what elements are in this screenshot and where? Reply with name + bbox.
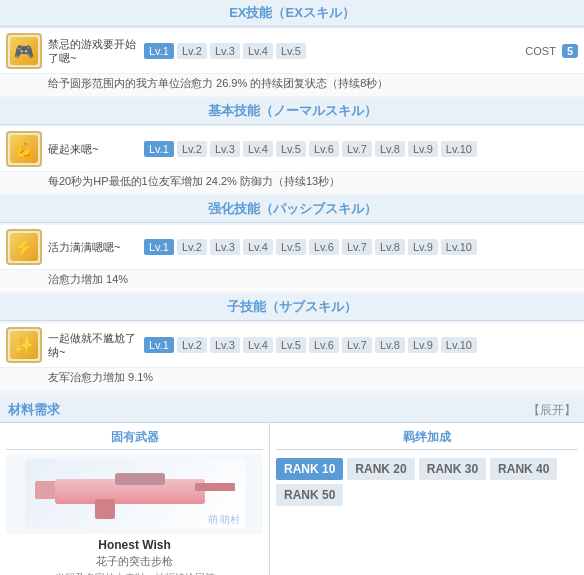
sub-skill-name: 一起做就不尴尬了纳~ <box>48 331 138 360</box>
rank-50-btn[interactable]: RANK 50 <box>276 484 343 506</box>
passive-skill-row: 活力满满嗯嗯~ Lv.1 Lv.2 Lv.3 Lv.4 Lv.5 Lv.6 Lv… <box>0 225 584 269</box>
ex-skill-lv3[interactable]: Lv.3 <box>210 43 240 59</box>
basic-lv9[interactable]: Lv.9 <box>408 141 438 157</box>
basic-skill-name: 硬起来嗯~ <box>48 142 138 156</box>
rank-20-btn[interactable]: RANK 20 <box>347 458 414 480</box>
ex-skill-icon <box>6 33 42 69</box>
basic-skill-section-header: 基本技能（ノーマルスキル） <box>0 98 584 125</box>
rank-panel: 羁绊加成 RANK 10 RANK 20 RANK 30 RANK 40 RAN… <box>270 423 584 575</box>
sub-skill-levels: Lv.1 Lv.2 Lv.3 Lv.4 Lv.5 Lv.6 Lv.7 Lv.8 … <box>144 337 578 353</box>
passive-lv3[interactable]: Lv.3 <box>210 239 240 255</box>
passive-lv5[interactable]: Lv.5 <box>276 239 306 255</box>
ex-skill-cost: COST 5 <box>525 44 578 58</box>
ex-skill-name: 禁忌的游戏要开始了嗯~ <box>48 37 138 66</box>
basic-lv10[interactable]: Lv.10 <box>441 141 477 157</box>
rank-30-btn[interactable]: RANK 30 <box>419 458 486 480</box>
basic-skill-levels: Lv.1 Lv.2 Lv.3 Lv.4 Lv.5 Lv.6 Lv.7 Lv.8 … <box>144 141 578 157</box>
gun-grip <box>95 499 115 519</box>
materials-header: 材料需求 【辰开】 <box>0 398 584 423</box>
basic-skill-block: 硬起来嗯~ Lv.1 Lv.2 Lv.3 Lv.4 Lv.5 Lv.6 Lv.7… <box>0 127 584 194</box>
passive-lv1[interactable]: Lv.1 <box>144 239 174 255</box>
passive-lv7[interactable]: Lv.7 <box>342 239 372 255</box>
sub-lv9[interactable]: Lv.9 <box>408 337 438 353</box>
rank-40-btn[interactable]: RANK 40 <box>490 458 557 480</box>
ex-skill-section-header: EX技能（EXスキル） <box>0 0 584 27</box>
gun-graphic <box>35 469 235 519</box>
ex-skill-lv2[interactable]: Lv.2 <box>177 43 207 59</box>
sub-lv8[interactable]: Lv.8 <box>375 337 405 353</box>
ex-skill-block: 禁忌的游戏要开始了嗯~ Lv.1 Lv.2 Lv.3 Lv.4 Lv.5 COS… <box>0 29 584 96</box>
sub-lv2[interactable]: Lv.2 <box>177 337 207 353</box>
ex-skill-lv5[interactable]: Lv.5 <box>276 43 306 59</box>
rank-10-btn[interactable]: RANK 10 <box>276 458 343 480</box>
passive-lv4[interactable]: Lv.4 <box>243 239 273 255</box>
sub-lv10[interactable]: Lv.10 <box>441 337 477 353</box>
passive-skill-section-header: 强化技能（パッシブスキル） <box>0 196 584 223</box>
basic-lv5[interactable]: Lv.5 <box>276 141 306 157</box>
passive-lv8[interactable]: Lv.8 <box>375 239 405 255</box>
weapon-panel: 固有武器 萌 萌村 Honest Wish 花子的突击步枪 当问及名字的由来时，… <box>0 423 270 575</box>
weapon-type: 花子的突击步枪 <box>6 554 263 569</box>
basic-lv3[interactable]: Lv.3 <box>210 141 240 157</box>
basic-skill-icon <box>6 131 42 167</box>
sub-lv7[interactable]: Lv.7 <box>342 337 372 353</box>
basic-lv7[interactable]: Lv.7 <box>342 141 372 157</box>
sub-skill-desc: 友军治愈力增加 9.1% <box>0 367 584 390</box>
cost-label: COST <box>525 45 556 57</box>
rank-buttons-row: RANK 10 RANK 20 RANK 30 RANK 40 RANK 50 <box>276 454 578 510</box>
passive-skill-levels: Lv.1 Lv.2 Lv.3 Lv.4 Lv.5 Lv.6 Lv.7 Lv.8 … <box>144 239 578 255</box>
passive-lv9[interactable]: Lv.9 <box>408 239 438 255</box>
materials-body: 固有武器 萌 萌村 Honest Wish 花子的突击步枪 当问及名字的由来时，… <box>0 423 584 575</box>
weapon-lore: 当问及名字的由来时，她拒绝给回答 <box>6 571 263 575</box>
sub-skill-icon <box>6 327 42 363</box>
basic-lv4[interactable]: Lv.4 <box>243 141 273 157</box>
basic-skill-desc: 每20秒为HP最低的1位友军增加 24.2% 防御力（持续13秒） <box>0 171 584 194</box>
weapon-image-area: 萌 萌村 <box>6 454 263 534</box>
basic-lv8[interactable]: Lv.8 <box>375 141 405 157</box>
passive-lv6[interactable]: Lv.6 <box>309 239 339 255</box>
gun-barrel <box>195 483 235 491</box>
sub-skill-block: 一起做就不尴尬了纳~ Lv.1 Lv.2 Lv.3 Lv.4 Lv.5 Lv.6… <box>0 323 584 390</box>
weapon-panel-header: 固有武器 <box>6 429 263 450</box>
passive-skill-desc: 治愈力增加 14% <box>0 269 584 292</box>
sub-skill-icon-inner <box>10 331 38 359</box>
basic-skill-icon-inner <box>10 135 38 163</box>
sub-skill-section-header: 子技能（サブスキル） <box>0 294 584 321</box>
passive-skill-icon-inner <box>10 233 38 261</box>
basic-lv1[interactable]: Lv.1 <box>144 141 174 157</box>
passive-lv10[interactable]: Lv.10 <box>441 239 477 255</box>
passive-skill-icon <box>6 229 42 265</box>
gun-scope <box>115 473 165 485</box>
watermark-text: 萌 萌村 <box>208 513 241 527</box>
materials-section: 材料需求 【辰开】 固有武器 萌 萌村 Honest Wish 花 <box>0 398 584 575</box>
passive-skill-block: 活力满满嗯嗯~ Lv.1 Lv.2 Lv.3 Lv.4 Lv.5 Lv.6 Lv… <box>0 225 584 292</box>
weapon-name: Honest Wish <box>6 538 263 552</box>
ex-skill-lv1[interactable]: Lv.1 <box>144 43 174 59</box>
sub-lv3[interactable]: Lv.3 <box>210 337 240 353</box>
ex-skill-lv4[interactable]: Lv.4 <box>243 43 273 59</box>
cost-value: 5 <box>562 44 578 58</box>
rank-panel-header: 羁绊加成 <box>276 429 578 450</box>
materials-right: 【辰开】 <box>528 402 576 419</box>
sub-lv4[interactable]: Lv.4 <box>243 337 273 353</box>
ex-skill-row: 禁忌的游戏要开始了嗯~ Lv.1 Lv.2 Lv.3 Lv.4 Lv.5 COS… <box>0 29 584 73</box>
basic-skill-row: 硬起来嗯~ Lv.1 Lv.2 Lv.3 Lv.4 Lv.5 Lv.6 Lv.7… <box>0 127 584 171</box>
basic-lv6[interactable]: Lv.6 <box>309 141 339 157</box>
ex-skill-levels: Lv.1 Lv.2 Lv.3 Lv.4 Lv.5 <box>144 43 515 59</box>
ex-skill-icon-inner <box>10 37 38 65</box>
sub-skill-row: 一起做就不尴尬了纳~ Lv.1 Lv.2 Lv.3 Lv.4 Lv.5 Lv.6… <box>0 323 584 367</box>
ex-skill-desc: 给予圆形范围内的我方单位治愈力 26.9% 的持续团复状态（持续8秒） <box>0 73 584 96</box>
materials-title: 材料需求 <box>8 401 60 419</box>
basic-lv2[interactable]: Lv.2 <box>177 141 207 157</box>
sub-lv1[interactable]: Lv.1 <box>144 337 174 353</box>
passive-lv2[interactable]: Lv.2 <box>177 239 207 255</box>
passive-skill-name: 活力满满嗯嗯~ <box>48 240 138 254</box>
weapon-image: 萌 萌村 <box>25 459 245 529</box>
sub-lv6[interactable]: Lv.6 <box>309 337 339 353</box>
sub-lv5[interactable]: Lv.5 <box>276 337 306 353</box>
